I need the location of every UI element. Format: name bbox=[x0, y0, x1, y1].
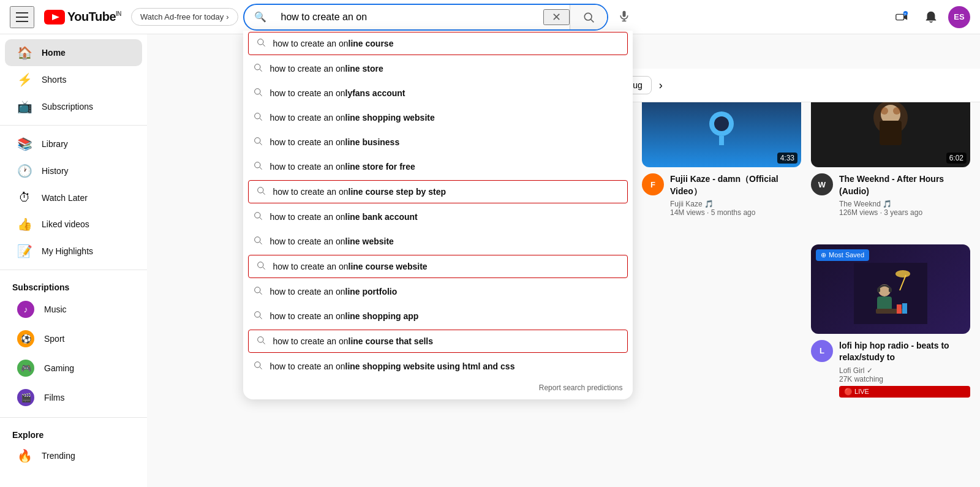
weeknd-video-details: The Weeknd - After Hours (Audio) The Wee… bbox=[839, 173, 970, 217]
history-icon: 🕐 bbox=[17, 164, 32, 178]
suggestion-item-13[interactable]: how to create an online shopping website… bbox=[243, 354, 633, 379]
suggestion-item-0[interactable]: how to create an online course bbox=[248, 32, 628, 55]
suggestion-search-icon-5 bbox=[253, 160, 263, 173]
sidebar-item-history[interactable]: 🕐 History bbox=[5, 157, 142, 184]
suggestion-search-icon-4 bbox=[253, 136, 263, 148]
suggestion-text-11: how to create an online shopping app bbox=[270, 311, 419, 321]
suggestion-text-0: how to create an online course bbox=[273, 39, 394, 48]
sidebar-item-trending[interactable]: 🔥 Trending bbox=[5, 442, 142, 469]
weeknd-video-title: The Weeknd - After Hours (Audio) bbox=[839, 173, 970, 197]
music-channel-icon: ♪ bbox=[17, 301, 34, 318]
suggestion-item-11[interactable]: how to create an online shopping app bbox=[243, 304, 633, 328]
report-predictions-link[interactable]: Report search predictions bbox=[243, 379, 633, 399]
svg-rect-59 bbox=[889, 288, 892, 292]
suggestion-item-6[interactable]: how to create an online course step by s… bbox=[248, 180, 628, 203]
suggestion-item-2[interactable]: how to create an onlyfans account bbox=[243, 81, 633, 105]
svg-point-19 bbox=[254, 137, 260, 143]
lofi-most-saved-badge: ⊕ Most Saved bbox=[816, 249, 869, 261]
sidebar-item-gaming[interactable]: 🎮 Gaming bbox=[5, 353, 142, 383]
youtube-logo-icon bbox=[44, 10, 65, 25]
svg-rect-61 bbox=[902, 303, 907, 314]
sidebar-item-films[interactable]: 🎬 Films bbox=[5, 383, 142, 412]
suggestion-text-9: how to create an online course website bbox=[273, 262, 428, 271]
home-icon: 🏠 bbox=[17, 45, 32, 60]
suggestion-item-3[interactable]: how to create an online shopping website bbox=[243, 105, 633, 130]
gaming-channel-icon: 🎮 bbox=[17, 360, 34, 377]
create-button[interactable]: + bbox=[889, 5, 914, 29]
suggestion-item-8[interactable]: how to create an online website bbox=[243, 229, 633, 254]
weeknd-channel-name: The Weeknd 🎵 bbox=[839, 200, 970, 208]
suggestion-item-12[interactable]: how to create an online course that sell… bbox=[248, 330, 628, 353]
search-dropdown: how to create an online coursehow to cre… bbox=[243, 31, 633, 399]
weeknd-duration: 6:02 bbox=[946, 153, 967, 164]
bell-icon bbox=[924, 10, 938, 24]
weeknd-video-meta: 126M views · 3 years ago bbox=[839, 208, 970, 217]
suggestion-text-13: how to create an online shopping website… bbox=[270, 361, 515, 371]
svg-point-54 bbox=[895, 270, 910, 277]
fujii-channel-name: Fujii Kaze 🎵 bbox=[670, 200, 801, 208]
svg-point-25 bbox=[254, 212, 260, 217]
sidebar-divider-2 bbox=[0, 270, 147, 270]
svg-line-3 bbox=[590, 19, 594, 22]
lofi-video-card[interactable]: ⊕ Most Saved bbox=[811, 244, 970, 398]
svg-line-36 bbox=[263, 342, 265, 344]
svg-point-45 bbox=[714, 116, 729, 131]
lofi-channel-name: Lofi Girl ✓ bbox=[839, 366, 970, 375]
svg-line-16 bbox=[260, 94, 262, 96]
suggestion-search-icon-0 bbox=[256, 37, 266, 50]
suggestion-item-9[interactable]: how to create an online course website bbox=[248, 255, 628, 278]
ad-free-button[interactable]: Watch Ad-free for today › bbox=[131, 8, 238, 26]
sidebar-item-highlights[interactable]: 📝 My Highlights bbox=[5, 238, 142, 265]
search-submit-button[interactable] bbox=[570, 5, 607, 29]
sidebar-item-sport[interactable]: ⚽ Sport bbox=[5, 324, 142, 353]
sidebar-item-watch-later[interactable]: ⏱ Watch Later bbox=[5, 184, 142, 211]
svg-point-13 bbox=[254, 64, 260, 69]
svg-point-15 bbox=[254, 88, 260, 94]
sidebar-item-library[interactable]: 📚 Library bbox=[5, 130, 142, 157]
sidebar-item-liked[interactable]: 👍 Liked videos bbox=[5, 211, 142, 238]
subscriptions-section-label: Subscriptions bbox=[0, 275, 147, 295]
search-input[interactable] bbox=[271, 6, 543, 29]
sidebar-item-music[interactable]: ♪ Music bbox=[5, 295, 142, 324]
mic-button[interactable] bbox=[613, 5, 635, 29]
notifications-button[interactable] bbox=[919, 5, 943, 29]
svg-line-24 bbox=[263, 192, 265, 195]
svg-point-2 bbox=[584, 13, 592, 20]
lofi-thumbnail: ⊕ Most Saved bbox=[811, 244, 970, 334]
svg-rect-60 bbox=[897, 304, 902, 314]
sidebar-item-subscriptions[interactable]: 📺 Subscriptions bbox=[5, 93, 142, 120]
sport-channel-icon: ⚽ bbox=[17, 330, 34, 347]
sidebar-item-home[interactable]: 🏠 Home bbox=[5, 39, 142, 66]
subscriptions-icon: 📺 bbox=[17, 99, 32, 114]
svg-line-18 bbox=[260, 118, 262, 121]
sidebar-item-shorts[interactable]: ⚡ Shorts bbox=[5, 66, 142, 93]
search-bar: 🔍 ✕ bbox=[243, 4, 608, 31]
svg-point-50 bbox=[881, 107, 888, 115]
svg-rect-58 bbox=[877, 288, 880, 292]
user-avatar[interactable]: ES bbox=[948, 6, 970, 28]
svg-rect-52 bbox=[854, 263, 927, 324]
suggestion-text-2: how to create an onlyfans account bbox=[270, 88, 405, 98]
suggestion-search-icon-3 bbox=[253, 111, 263, 124]
suggestion-item-10[interactable]: how to create an online portfolio bbox=[243, 279, 633, 304]
search-clear-button[interactable]: ✕ bbox=[543, 9, 570, 25]
suggestion-item-4[interactable]: how to create an online business bbox=[243, 130, 633, 154]
menu-button[interactable] bbox=[10, 6, 34, 28]
suggestion-search-icon-2 bbox=[253, 87, 263, 99]
svg-rect-49 bbox=[880, 121, 902, 145]
lofi-thumb-icon bbox=[854, 263, 927, 324]
svg-point-21 bbox=[254, 162, 260, 167]
suggestion-search-icon-13 bbox=[253, 360, 263, 372]
mic-icon bbox=[618, 10, 630, 22]
svg-point-23 bbox=[257, 187, 263, 192]
sidebar-divider-1 bbox=[0, 125, 147, 126]
logo[interactable]: YouTubeIN bbox=[44, 10, 121, 25]
suggestion-item-7[interactable]: how to create an online bank account bbox=[243, 205, 633, 229]
svg-rect-57 bbox=[876, 309, 907, 314]
fujii-video-meta: 14M views · 5 months ago bbox=[670, 208, 801, 217]
filter-next-button[interactable]: › bbox=[657, 77, 665, 94]
suggestion-item-5[interactable]: how to create an online store for free bbox=[243, 154, 633, 179]
shorts-icon: ⚡ bbox=[17, 72, 32, 87]
suggestion-text-7: how to create an online bank account bbox=[270, 212, 418, 222]
suggestion-item-1[interactable]: how to create an online store bbox=[243, 56, 633, 81]
